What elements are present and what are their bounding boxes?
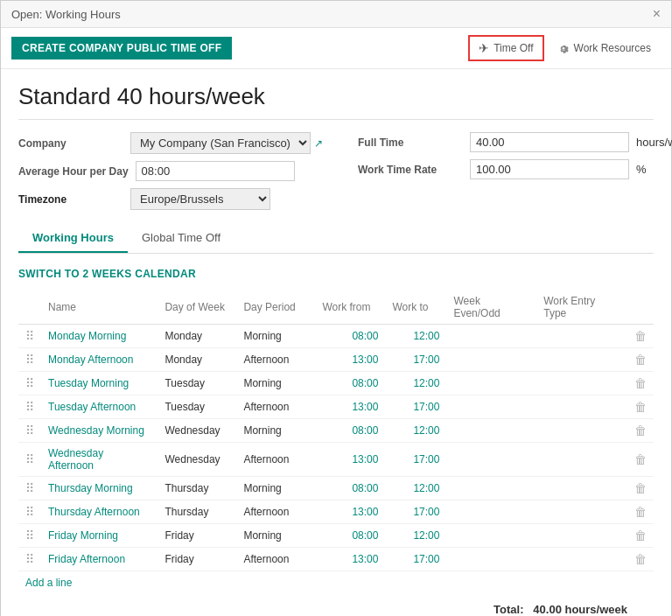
row-dow: Monday <box>158 325 236 348</box>
drag-handle[interactable]: ⠿ <box>18 477 41 500</box>
th-workto: Work to <box>385 290 446 325</box>
work-resources-nav-button[interactable]: Work Resources <box>548 37 661 60</box>
timezone-select[interactable]: Europe/Brussels <box>130 188 270 210</box>
row-period: Afternoon <box>236 396 315 419</box>
row-period: Afternoon <box>236 443 315 477</box>
drag-handle[interactable]: ⠿ <box>18 372 41 396</box>
row-evenodd <box>446 443 536 477</box>
row-workfrom: 13:00 <box>315 348 385 372</box>
row-name[interactable]: Monday Morning <box>41 325 158 348</box>
total-label: Total: <box>494 603 523 616</box>
row-dow: Friday <box>158 548 236 571</box>
row-delete[interactable]: 🗑 <box>627 548 654 571</box>
th-workfrom: Work from <box>315 290 385 325</box>
row-workto: 17:00 <box>385 348 446 372</box>
th-delete <box>627 290 654 325</box>
timezone-label: Timezone <box>18 193 123 206</box>
row-workto: 12:00 <box>385 325 446 348</box>
work-time-rate-unit: % <box>636 163 647 176</box>
row-entry-type <box>536 372 627 396</box>
row-period: Morning <box>236 477 315 500</box>
row-delete[interactable]: 🗑 <box>627 524 654 548</box>
page-title: Standard 40 hours/week <box>18 83 654 120</box>
time-off-nav-button[interactable]: ✈ Time Off <box>468 35 543 61</box>
tab-working-hours[interactable]: Working Hours <box>18 224 128 253</box>
row-workfrom: 13:00 <box>315 396 385 419</box>
row-name[interactable]: Thursday Morning <box>41 477 158 500</box>
table-row: ⠿ Thursday Afternoon Thursday Afternoon … <box>18 500 654 524</box>
row-delete[interactable]: 🗑 <box>627 419 654 443</box>
work-time-rate-row: Work Time Rate % <box>358 159 672 179</box>
row-dow: Thursday <box>158 477 236 500</box>
full-time-input[interactable] <box>470 132 629 152</box>
tab-global-time-off[interactable]: Global Time Off <box>128 224 234 253</box>
avg-hour-input[interactable] <box>136 161 295 181</box>
row-delete[interactable]: 🗑 <box>627 477 654 500</box>
row-delete[interactable]: 🗑 <box>627 372 654 396</box>
plane-icon: ✈ <box>479 41 489 55</box>
row-workfrom: 08:00 <box>315 419 385 443</box>
row-period: Afternoon <box>236 500 315 524</box>
row-delete[interactable]: 🗑 <box>627 325 654 348</box>
row-delete[interactable]: 🗑 <box>627 500 654 524</box>
main-content: Standard 40 hours/week Company My Compan… <box>1 69 671 616</box>
row-workto: 17:00 <box>385 443 446 477</box>
row-evenodd <box>446 396 536 419</box>
row-name[interactable]: Tuesday Morning <box>41 372 158 396</box>
row-name[interactable]: Wednesday Afternoon <box>41 443 158 477</box>
table-row: ⠿ Wednesday Afternoon Wednesday Afternoo… <box>18 443 654 477</box>
row-name[interactable]: Monday Afternoon <box>41 348 158 372</box>
drag-handle[interactable]: ⠿ <box>18 500 41 524</box>
th-drag <box>18 290 41 325</box>
row-entry-type <box>536 548 627 571</box>
row-workto: 12:00 <box>385 524 446 548</box>
drag-handle[interactable]: ⠿ <box>18 548 41 571</box>
drag-handle[interactable]: ⠿ <box>18 348 41 372</box>
drag-handle[interactable]: ⠿ <box>18 325 41 348</box>
row-workfrom: 13:00 <box>315 443 385 477</box>
row-name[interactable]: Friday Afternoon <box>41 548 158 571</box>
add-line-button[interactable]: Add a line <box>18 571 79 594</box>
row-name[interactable]: Thursday Afternoon <box>41 500 158 524</box>
full-time-label: Full Time <box>358 136 463 149</box>
row-delete[interactable]: 🗑 <box>627 396 654 419</box>
work-time-rate-input[interactable] <box>470 159 629 179</box>
work-time-rate-label: Work Time Rate <box>358 164 463 176</box>
row-period: Morning <box>236 325 315 348</box>
row-evenodd <box>446 524 536 548</box>
drag-handle[interactable]: ⠿ <box>18 396 41 419</box>
row-delete[interactable]: 🗑 <box>627 348 654 372</box>
modal-close-button[interactable]: × <box>653 6 661 22</box>
drag-handle[interactable]: ⠿ <box>18 524 41 548</box>
drag-handle[interactable]: ⠿ <box>18 419 41 443</box>
th-entry-type: Work Entry Type <box>536 290 627 325</box>
row-name[interactable]: Friday Morning <box>41 524 158 548</box>
row-name[interactable]: Wednesday Morning <box>41 419 158 443</box>
tabs: Working Hours Global Time Off <box>18 224 654 254</box>
toolbar: CREATE COMPANY PUBLIC TIME OFF ✈ Time Of… <box>1 28 671 69</box>
create-company-public-time-off-button[interactable]: CREATE COMPANY PUBLIC TIME OFF <box>11 37 232 60</box>
full-time-row: Full Time hours/week <box>358 132 672 152</box>
modal-wrapper: Open: Working Hours × CREATE COMPANY PUB… <box>0 0 672 616</box>
switch-calendar-button[interactable]: SWITCH TO 2 WEEKS CALENDAR <box>18 268 654 280</box>
row-dow: Thursday <box>158 500 236 524</box>
row-delete[interactable]: 🗑 <box>627 443 654 477</box>
row-name[interactable]: Tuesday Afternoon <box>41 396 158 419</box>
th-name: Name <box>41 290 158 325</box>
timezone-row: Timezone Europe/Brussels <box>18 188 323 210</box>
company-external-link-icon[interactable]: ↗ <box>314 137 323 150</box>
drag-handle[interactable]: ⠿ <box>18 443 41 477</box>
table-row: ⠿ Monday Morning Monday Morning 08:00 12… <box>18 325 654 348</box>
table-row: ⠿ Wednesday Morning Wednesday Morning 08… <box>18 419 654 443</box>
modal-titlebar: Open: Working Hours × <box>1 1 671 28</box>
row-workfrom: 08:00 <box>315 372 385 396</box>
total-row: Total: 40.00 hours/week <box>18 594 654 616</box>
row-dow: Monday <box>158 348 236 372</box>
row-period: Afternoon <box>236 548 315 571</box>
form-fields: Company My Company (San Francisco) ↗ Ave… <box>18 132 654 210</box>
row-period: Morning <box>236 524 315 548</box>
company-select[interactable]: My Company (San Francisco) <box>130 132 311 154</box>
row-entry-type <box>536 325 627 348</box>
row-period: Afternoon <box>236 348 315 372</box>
row-evenodd <box>446 477 536 500</box>
